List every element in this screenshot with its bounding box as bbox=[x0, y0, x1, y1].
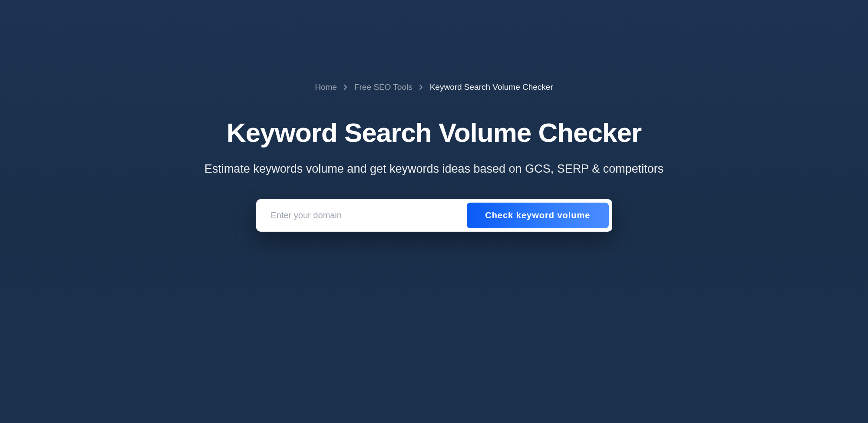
hero-container: Home Free SEO Tools Keyword Search Volum… bbox=[174, 82, 695, 423]
chevron-right-icon bbox=[344, 85, 347, 90]
breadcrumb-link-free-seo-tools[interactable]: Free SEO Tools bbox=[354, 82, 413, 92]
domain-input[interactable] bbox=[260, 203, 467, 228]
check-keyword-volume-button[interactable]: Check keyword volume bbox=[467, 203, 608, 228]
page-subtitle: Estimate keywords volume and get keyword… bbox=[182, 162, 686, 176]
search-form: Check keyword volume bbox=[256, 199, 612, 232]
chevron-right-icon bbox=[419, 85, 423, 90]
breadcrumb-link-home[interactable]: Home bbox=[315, 82, 337, 92]
breadcrumb: Home Free SEO Tools Keyword Search Volum… bbox=[182, 82, 686, 92]
page-title: Keyword Search Volume Checker bbox=[182, 118, 686, 148]
breadcrumb-current: Keyword Search Volume Checker bbox=[430, 82, 553, 92]
